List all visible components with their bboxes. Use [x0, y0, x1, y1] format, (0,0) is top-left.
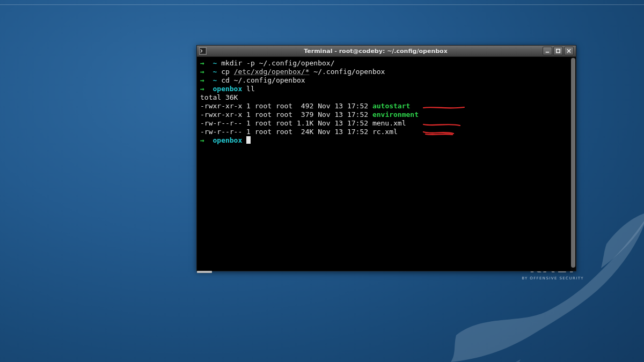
- terminal-output[interactable]: → ~ mkdir -p ~/.config/openbox/ → ~ cp /…: [200, 59, 573, 145]
- svg-rect-1: [557, 49, 560, 53]
- scrollbar-thumb[interactable]: [571, 58, 575, 268]
- svg-rect-0: [200, 48, 207, 55]
- terminal-icon: [199, 47, 207, 55]
- maximize-button[interactable]: [553, 47, 563, 55]
- distro-tagline: BY OFFENSIVE SECURITY: [522, 276, 584, 280]
- resize-grip[interactable]: [197, 271, 212, 273]
- titlebar[interactable]: Terminal - root@codeby: ~/.config/openbo…: [197, 46, 576, 57]
- scrollbar[interactable]: [570, 57, 576, 271]
- terminal-body[interactable]: → ~ mkdir -p ~/.config/openbox/ → ~ cp /…: [197, 57, 576, 271]
- close-button[interactable]: [564, 47, 574, 55]
- panel-edge: [0, 4, 644, 5]
- terminal-window[interactable]: Terminal - root@codeby: ~/.config/openbo…: [196, 45, 576, 271]
- minimize-button[interactable]: [543, 47, 552, 55]
- desktop: KALI BY OFFENSIVE SECURITY Terminal - ro…: [0, 0, 644, 362]
- window-title: Terminal - root@codeby: ~/.config/openbo…: [209, 48, 543, 55]
